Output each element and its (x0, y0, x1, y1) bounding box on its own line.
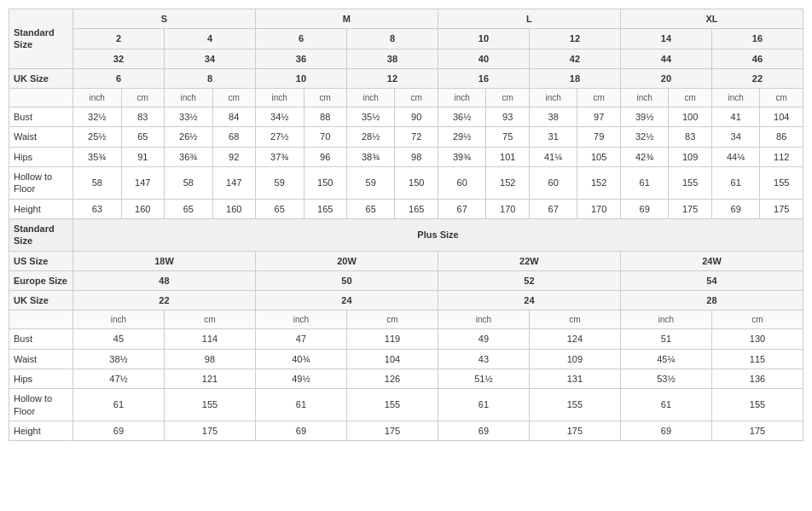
plus-us-20w: 20W (255, 251, 438, 270)
plus-hips-label: Hips (9, 369, 73, 389)
plus-waist-1: 38½ (73, 349, 165, 369)
plus-sh-cm-3: cm (529, 311, 620, 329)
plus-bust-2: 114 (164, 329, 255, 349)
bust-13: 39½ (620, 107, 669, 127)
eu-size-42: 42 (529, 49, 620, 68)
us-size-10: 10 (438, 29, 529, 49)
bust-row: Bust 32½ 83 33½ 84 34½ 88 35½ 90 36½ 93 … (9, 107, 803, 127)
standard-size-label: StandardSize (9, 9, 73, 69)
plus-hips-5: 51½ (438, 369, 529, 389)
plus-hollow-6: 155 (529, 389, 620, 421)
eu-size-44: 44 (620, 49, 711, 68)
hips-10: 101 (486, 147, 529, 166)
hollow-row: Hollow toFloor 58 147 58 147 59 150 59 1… (9, 167, 803, 200)
plus-height-4: 175 (346, 421, 438, 440)
height-13: 69 (620, 199, 669, 218)
plus-eu-50: 50 (255, 270, 438, 290)
plus-hips-2: 121 (164, 369, 255, 389)
height-5: 65 (255, 199, 304, 218)
plus-sh-cm-2: cm (346, 311, 438, 329)
bust-9: 36½ (438, 107, 486, 127)
sh-inch-4: inch (346, 89, 395, 107)
eu-size-40: 40 (438, 49, 529, 68)
uk-size-22: 22 (711, 68, 803, 88)
uk-size-6: 6 (73, 68, 165, 88)
hollow-1: 58 (73, 167, 122, 200)
size-chart-container: StandardSize S M L XL 2 4 6 8 10 12 14 1… (0, 0, 812, 450)
sh-cm-2: cm (212, 89, 255, 107)
hollow-2: 147 (121, 167, 164, 200)
bust-16: 104 (760, 107, 803, 127)
plus-hips-6: 131 (529, 369, 620, 389)
eu-size-46: 46 (711, 49, 803, 68)
uk-size-label: UK Size (9, 68, 73, 88)
height-15: 69 (711, 199, 760, 218)
hips-label: Hips (9, 147, 73, 166)
plus-hips-7: 53½ (620, 369, 711, 389)
plus-hollow-7: 61 (620, 389, 711, 421)
us-size-14: 14 (620, 29, 711, 49)
uk-size-16: 16 (438, 68, 529, 88)
eu-size-32: 32 (73, 49, 165, 68)
plus-empty (9, 311, 73, 329)
waist-13: 32½ (620, 127, 669, 147)
height-2: 160 (121, 199, 164, 218)
sh-inch-7: inch (620, 89, 669, 107)
plus-hollow-label: Hollow to Floor (9, 389, 73, 421)
sh-cm-1: cm (121, 89, 164, 107)
sh-cm-7: cm (669, 89, 711, 107)
plus-sh-cm-4: cm (711, 311, 803, 329)
plus-eu-54: 54 (620, 270, 803, 290)
plus-waist-label: Waist (9, 349, 73, 369)
waist-1: 25½ (73, 127, 122, 147)
us-size-row: 2 4 6 8 10 12 14 16 (9, 29, 803, 49)
height-8: 165 (395, 199, 438, 218)
plus-height-1: 69 (73, 421, 165, 440)
hollow-4: 147 (212, 167, 255, 200)
hollow-7: 59 (346, 167, 395, 200)
hips-14: 109 (669, 147, 711, 166)
plus-height-6: 175 (529, 421, 620, 440)
plus-height-row: Height 69 175 69 175 69 175 69 175 (9, 421, 803, 440)
plus-sh-cm-1: cm (164, 311, 255, 329)
empty-label (9, 89, 73, 107)
hollow-6: 150 (304, 167, 346, 200)
eu-size-34: 34 (164, 49, 255, 68)
plus-bust-4: 119 (346, 329, 438, 349)
plus-hips-4: 126 (346, 369, 438, 389)
plus-bust-6: 124 (529, 329, 620, 349)
hips-3: 36¾ (164, 147, 212, 166)
sh-cm-5: cm (486, 89, 529, 107)
plus-height-label: Height (9, 421, 73, 440)
plus-waist-4: 104 (346, 349, 438, 369)
hips-5: 37¾ (255, 147, 304, 166)
hollow-11: 60 (529, 167, 577, 200)
sh-inch-2: inch (164, 89, 212, 107)
hips-6: 96 (304, 147, 346, 166)
uk-size-10: 10 (255, 68, 346, 88)
plus-hollow-3: 61 (255, 389, 346, 421)
sh-inch-6: inch (529, 89, 577, 107)
plus-bust-row: Bust 45 114 47 119 49 124 51 130 (9, 329, 803, 349)
waist-6: 70 (304, 127, 346, 147)
hollow-10: 152 (486, 167, 529, 200)
sh-cm-4: cm (395, 89, 438, 107)
us-size-16: 16 (711, 29, 803, 49)
hips-13: 42¾ (620, 147, 669, 166)
uk-size-18: 18 (529, 68, 620, 88)
waist-10: 75 (486, 127, 529, 147)
plus-bust-7: 51 (620, 329, 711, 349)
waist-14: 83 (669, 127, 711, 147)
plus-height-8: 175 (711, 421, 803, 440)
hollow-8: 150 (395, 167, 438, 200)
hollow-16: 155 (760, 167, 803, 200)
bust-5: 34½ (255, 107, 304, 127)
plus-us-18w: 18W (73, 251, 256, 270)
waist-12: 79 (577, 127, 620, 147)
plus-inch-cm-subheader: inch cm inch cm inch cm inch cm (9, 311, 803, 329)
plus-sh-inch-2: inch (255, 311, 346, 329)
waist-8: 72 (395, 127, 438, 147)
height-12: 170 (577, 199, 620, 218)
height-4: 160 (212, 199, 255, 218)
sh-cm-3: cm (304, 89, 346, 107)
